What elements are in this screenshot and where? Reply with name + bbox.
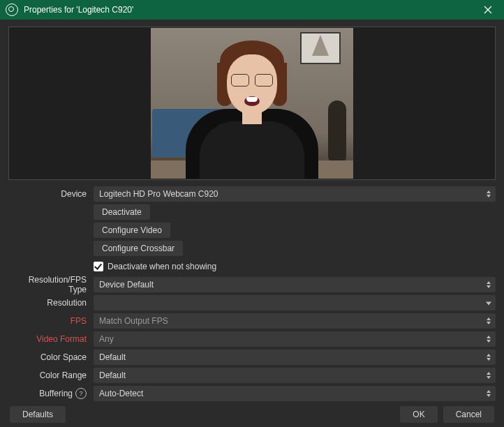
buffering-select[interactable]: Auto-Detect	[94, 386, 496, 401]
deactivate-when-not-showing-checkbox[interactable]	[94, 262, 103, 271]
window-title: Properties for 'Logitech C920'	[24, 5, 472, 15]
resolution-fps-type-select[interactable]: Device Default	[94, 277, 496, 292]
device-value: Logitech HD Pro Webcam C920	[99, 189, 218, 199]
fps-select[interactable]: Match Output FPS	[94, 313, 496, 329]
deactivate-when-not-showing-label: Deactivate when not showing	[108, 262, 216, 271]
obs-logo-icon	[6, 3, 18, 16]
help-icon[interactable]: ?	[75, 388, 87, 399]
video-format-select[interactable]: Any	[94, 331, 496, 347]
chevron-down-icon[interactable]	[486, 302, 491, 306]
resolution-select[interactable]	[94, 295, 496, 310]
dialog-footer: Defaults OK Cancel	[0, 402, 504, 427]
titlebar: Properties for 'Logitech C920'	[0, 0, 504, 20]
video-format-label: Video Format	[8, 334, 89, 344]
cancel-button[interactable]: Cancel	[443, 406, 494, 423]
configure-crossbar-button[interactable]: Configure Crossbar	[94, 241, 183, 256]
preview-person	[189, 60, 315, 179]
ok-button[interactable]: OK	[400, 406, 437, 423]
spinner-icon[interactable]	[484, 351, 493, 364]
spinner-icon[interactable]	[484, 315, 493, 327]
device-label: Device	[8, 189, 89, 199]
color-range-select[interactable]: Default	[94, 368, 496, 383]
spinner-icon[interactable]	[484, 278, 493, 291]
color-range-label: Color Range	[8, 370, 89, 380]
color-space-label: Color Space	[8, 352, 89, 362]
preview-panel	[8, 27, 496, 180]
spinner-icon[interactable]	[484, 387, 493, 400]
spinner-icon[interactable]	[484, 369, 493, 382]
resolution-label: Resolution	[8, 298, 89, 308]
close-icon	[484, 6, 492, 14]
fps-label: FPS	[8, 316, 89, 326]
spinner-icon[interactable]	[484, 188, 493, 200]
device-select[interactable]: Logitech HD Pro Webcam C920	[94, 186, 496, 202]
deactivate-button[interactable]: Deactivate	[94, 204, 150, 220]
properties-dialog: Properties for 'Logitech C920'	[0, 0, 504, 427]
webcam-preview	[151, 28, 353, 179]
close-button[interactable]	[472, 0, 504, 20]
buffering-label: Buffering	[39, 389, 73, 398]
color-space-select[interactable]: Default	[94, 350, 496, 365]
properties-form: Device Logitech HD Pro Webcam C920 Deact…	[8, 186, 496, 402]
dialog-body: Device Logitech HD Pro Webcam C920 Deact…	[0, 20, 504, 427]
spinner-icon[interactable]	[484, 333, 493, 345]
resolution-fps-type-label: Resolution/FPS Type	[8, 275, 89, 294]
configure-video-button[interactable]: Configure Video	[94, 223, 170, 238]
defaults-button[interactable]: Defaults	[10, 406, 66, 423]
